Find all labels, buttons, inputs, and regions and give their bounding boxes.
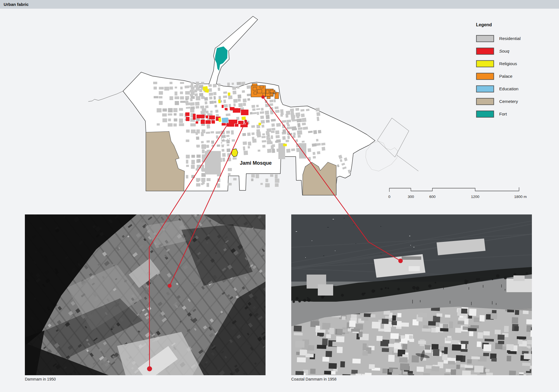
residential-block xyxy=(221,140,225,142)
residential-block xyxy=(227,139,228,140)
residential-block xyxy=(191,107,195,110)
scale-bar xyxy=(389,187,519,192)
tree xyxy=(296,297,299,300)
residential-block xyxy=(252,105,255,108)
town-building xyxy=(296,352,300,355)
residential-block xyxy=(316,112,320,116)
residential-block xyxy=(232,87,236,90)
town-building xyxy=(399,357,408,363)
residential-block xyxy=(233,157,237,160)
residential-block xyxy=(194,89,197,93)
souq-block xyxy=(238,121,243,124)
town-building xyxy=(470,325,479,328)
tree xyxy=(298,300,301,303)
souq-block xyxy=(186,117,190,121)
residential-block xyxy=(190,102,195,106)
town-building xyxy=(329,328,334,334)
residential-block xyxy=(274,99,276,102)
town-building xyxy=(509,370,516,375)
town-building xyxy=(448,361,455,365)
legend-title: Legend xyxy=(476,22,554,27)
boat-speck xyxy=(305,257,306,258)
tree xyxy=(428,284,432,288)
legend-item-label: Religious xyxy=(499,61,517,66)
residential-block xyxy=(252,133,255,135)
town-building xyxy=(365,373,372,375)
town-building xyxy=(416,367,424,372)
residential-block xyxy=(313,156,316,159)
residential-block xyxy=(173,108,177,112)
town-building xyxy=(376,336,383,341)
town-building xyxy=(363,343,367,350)
souq-block xyxy=(196,121,198,124)
residential-block xyxy=(207,178,210,181)
legend-swatch xyxy=(476,73,494,80)
residential-block xyxy=(186,129,190,133)
residential-block xyxy=(219,96,221,100)
residential-block xyxy=(316,143,321,146)
residential-block xyxy=(215,110,218,113)
legend-item-souq: Souq xyxy=(476,48,554,55)
town-building xyxy=(519,374,524,375)
residential-block xyxy=(269,100,274,102)
residential-block xyxy=(298,127,302,130)
residential-block xyxy=(180,87,183,89)
residential-block xyxy=(243,151,248,155)
town-building xyxy=(397,313,401,317)
residential-block xyxy=(205,105,209,108)
residential-block xyxy=(222,153,226,157)
residential-block xyxy=(296,114,299,118)
town-building xyxy=(326,351,332,357)
residential-block xyxy=(204,97,208,101)
residential-block xyxy=(231,130,234,134)
residential-block xyxy=(226,114,230,116)
residential-block xyxy=(195,102,200,106)
residential-block xyxy=(169,87,173,90)
town-building xyxy=(294,332,303,336)
residential-block xyxy=(229,138,230,139)
residential-block xyxy=(269,103,273,106)
souq-block xyxy=(225,108,228,110)
residential-block xyxy=(197,165,201,168)
residential-block xyxy=(184,86,189,89)
residential-block xyxy=(214,105,217,108)
religious-site xyxy=(228,93,230,96)
palace-building xyxy=(252,84,257,86)
town-building xyxy=(369,364,375,369)
residential-block xyxy=(202,149,205,153)
residential-block xyxy=(302,122,306,125)
residential-block xyxy=(210,110,213,113)
residential-block xyxy=(270,174,273,177)
religious-site xyxy=(259,123,261,125)
residential-block xyxy=(265,103,269,107)
residential-block xyxy=(258,150,260,152)
residential-block xyxy=(238,95,241,98)
residential-block xyxy=(195,93,198,96)
residential-block xyxy=(168,123,172,127)
residential-block xyxy=(247,133,250,136)
residential-block xyxy=(210,101,214,104)
legend-swatch-color xyxy=(477,73,494,80)
residential-block xyxy=(170,82,173,84)
residential-block xyxy=(287,136,290,139)
residential-block xyxy=(196,96,200,100)
residential-block xyxy=(186,107,191,109)
residential-block xyxy=(229,140,230,141)
residential-block xyxy=(291,115,295,119)
residential-block xyxy=(207,183,209,187)
residential-block xyxy=(287,124,290,126)
residential-block xyxy=(190,89,194,92)
residential-block xyxy=(223,139,224,140)
residential-block xyxy=(186,155,190,158)
residential-block xyxy=(221,135,226,138)
residential-block xyxy=(180,91,183,94)
town-building xyxy=(432,344,439,350)
residential-block xyxy=(168,108,173,112)
residential-block xyxy=(191,175,195,178)
town-building xyxy=(428,321,436,325)
boat-speck xyxy=(381,254,381,254)
residential-block xyxy=(295,140,298,142)
residential-block xyxy=(211,141,214,144)
residential-block xyxy=(185,91,190,95)
residential-block xyxy=(293,133,296,135)
